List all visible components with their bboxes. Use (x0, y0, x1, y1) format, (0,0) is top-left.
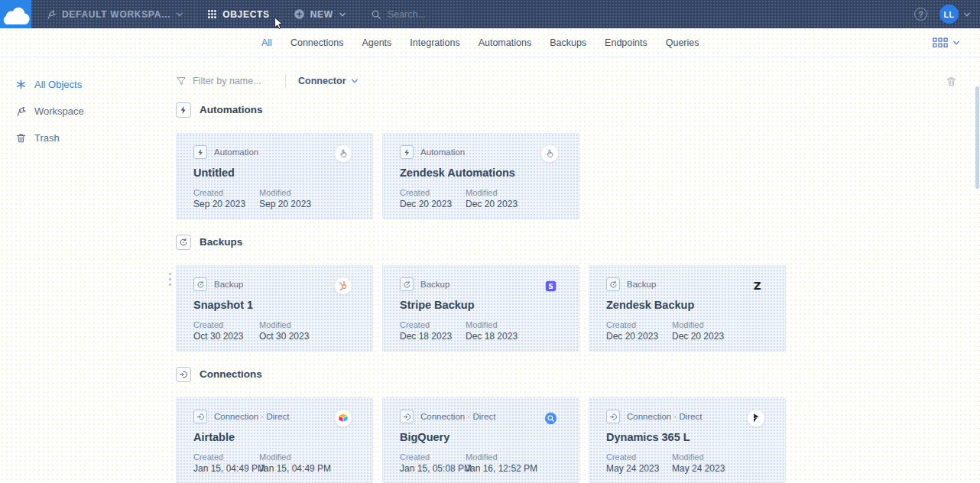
tab-connections[interactable]: Connections (290, 37, 344, 48)
object-title: Stripe Backup (400, 299, 562, 311)
grid-icon (207, 9, 217, 19)
chevron-down-icon (339, 11, 346, 18)
created-value: Jan 15, 05:08 PM (400, 463, 466, 474)
created-value: Dec 20 2023 (606, 331, 672, 342)
card-header: Automation (400, 145, 562, 159)
object-title: BigQuery (400, 431, 562, 443)
card-header: Connection · Direct (400, 410, 562, 423)
card-meta: Created Jan 15, 04:49 PM Modified Jan 15… (193, 452, 325, 474)
sidebar-item-trash[interactable]: Trash (15, 128, 161, 147)
created-label: Created (400, 188, 466, 197)
card-header: Automation (193, 145, 355, 159)
scrollbar-thumb[interactable] (975, 86, 979, 189)
section-title: Backups (200, 236, 242, 248)
bolt-icon (176, 102, 191, 118)
object-card-zendesk-automations[interactable]: Automation Zendesk Automations Created D… (382, 133, 579, 219)
object-card-bigquery[interactable]: Connection · Direct BigQuery Created Jan… (382, 397, 579, 483)
delete-button[interactable] (946, 76, 957, 87)
object-type-label: Connection · Direct (214, 412, 289, 421)
modified-value: Dec 20 2023 (466, 199, 531, 209)
tab-all[interactable]: All (261, 37, 272, 48)
object-card-stripe-backup[interactable]: Backup S Stripe Backup Created Dec 18 20… (382, 265, 579, 352)
tab-automations[interactable]: Automations (479, 37, 531, 48)
card-grid: Backup Snapshot 1 Created Oct 30 2023 Mo… (176, 265, 957, 352)
grid-view-toggle[interactable] (933, 37, 960, 48)
flag-icon (15, 105, 27, 117)
new-button[interactable]: NEW (282, 0, 358, 28)
object-card-airtable[interactable]: Connection · Direct Airtable Created Jan… (176, 397, 373, 483)
trash-icon (15, 132, 27, 144)
cloud-icon (0, 4, 31, 24)
connector-label: Connector (298, 76, 346, 86)
filter-bar: Connector (176, 73, 957, 89)
object-type-label: Automation (214, 147, 258, 157)
top-navbar: DEFAULT WORKSPA... OBJECTS NEW ? LL (0, 0, 980, 28)
hubspot-logo (334, 277, 352, 295)
user-avatar[interactable]: LL (939, 5, 959, 24)
modified-label: Modified (672, 452, 738, 462)
connector-filter-dropdown[interactable]: Connector (298, 76, 359, 86)
modified-value: Dec 18 2023 (466, 331, 531, 342)
tab-queries[interactable]: Queries (666, 37, 699, 48)
object-card-zendesk-backup[interactable]: Backup Z Zendesk Backup Created Dec 20 2… (589, 265, 786, 352)
created-value: May 24 2023 (606, 463, 672, 474)
filter-name-input[interactable] (193, 76, 281, 86)
created-label: Created (193, 188, 259, 197)
connection-icon (606, 410, 620, 423)
restore-icon (400, 277, 414, 291)
section-header: Backups (176, 234, 957, 250)
connection-icon (193, 410, 207, 423)
workspace-selector[interactable]: DEFAULT WORKSPA... (34, 0, 195, 28)
grid-view-icon (933, 37, 948, 48)
object-type-label: Connection · Direct (420, 412, 495, 421)
search-icon (371, 9, 381, 20)
tab-agents[interactable]: Agents (362, 37, 391, 48)
app-window: DEFAULT WORKSPA... OBJECTS NEW ? LL AllC… (0, 0, 980, 483)
section-title: Connections (200, 368, 262, 380)
card-meta: Created Dec 20 2023 Modified Dec 20 2023 (606, 320, 738, 342)
tab-backups[interactable]: Backups (550, 37, 586, 48)
search-input[interactable] (388, 9, 472, 20)
object-type-label: Backup (214, 280, 243, 289)
object-type-label: Automation (420, 147, 465, 157)
object-card-untitled[interactable]: Automation Untitled Created Sep 20 2023 … (176, 133, 373, 219)
restore-icon (193, 277, 207, 291)
flag-icon (46, 9, 57, 20)
connection-icon (400, 410, 414, 423)
object-card-snapshot-1[interactable]: Backup Snapshot 1 Created Oct 30 2023 Mo… (176, 265, 373, 352)
object-card-dynamics-365-l[interactable]: Connection · Direct Dynamics 365 L Creat… (589, 397, 786, 483)
app-logo[interactable] (0, 0, 31, 28)
section-backups: Backups Backup Snapshot 1 Created Oct 30… (176, 234, 957, 352)
modified-label: Modified (259, 188, 325, 197)
modified-value: Sep 20 2023 (259, 199, 325, 209)
help-button[interactable]: ? (914, 8, 927, 21)
created-label: Created (400, 320, 466, 329)
objects-nav-button[interactable]: OBJECTS (196, 0, 281, 28)
tab-endpoints[interactable]: Endpoints (605, 37, 647, 48)
tab-integrations[interactable]: Integrations (410, 37, 459, 48)
modified-label: Modified (466, 452, 531, 462)
restore-icon (606, 277, 620, 291)
funnel-icon (176, 76, 187, 86)
card-header: Backup Z (606, 277, 768, 291)
sidebar-item-all-objects[interactable]: All Objects (15, 75, 161, 93)
hand-pointer-icon[interactable] (540, 144, 559, 163)
object-type-tabs: AllConnectionsAgentsIntegrationsAutomati… (261, 37, 699, 48)
object-type-label: Connection · Direct (627, 412, 702, 421)
object-title: Zendesk Backup (606, 299, 768, 311)
objects-label: OBJECTS (222, 9, 270, 20)
created-label: Created (193, 320, 259, 329)
connection-icon (176, 367, 191, 382)
filter-by-name (176, 76, 281, 86)
chevron-down-icon[interactable] (963, 11, 971, 18)
hand-pointer-icon[interactable] (334, 144, 352, 163)
sidebar-item-workspace[interactable]: Workspace (15, 102, 161, 120)
sidebar-drag-handle[interactable] (169, 273, 171, 286)
section-header: Automations (176, 102, 957, 118)
svg-text:S: S (548, 282, 553, 290)
modified-value: Oct 30 2023 (259, 331, 325, 342)
section-title: Automations (200, 104, 263, 115)
card-header: Connection · Direct (606, 410, 768, 423)
card-meta: Created Sep 20 2023 Modified Sep 20 2023 (193, 188, 325, 209)
section-automations: Automations Automation Untitled Created … (176, 102, 957, 219)
